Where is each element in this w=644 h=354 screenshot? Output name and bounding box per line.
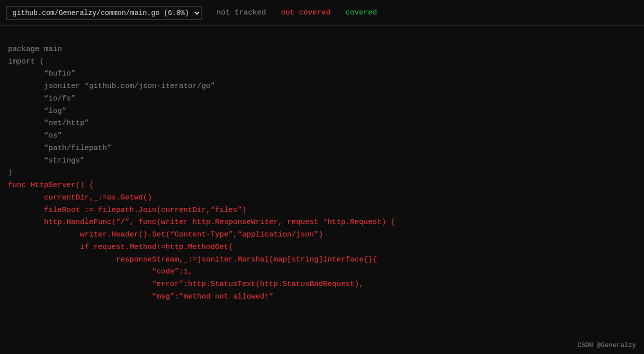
code-line: “code”:1, bbox=[8, 266, 636, 278]
code-line: jsoniter “github.com/json-iterator/go” bbox=[8, 80, 636, 93]
watermark: CSDN @Generalzy bbox=[578, 342, 636, 349]
code-line: if request.Method!=http.MethodGet{ bbox=[8, 242, 636, 254]
file-selector[interactable]: github.com/Generalzy/common/main.go (6.0… bbox=[6, 6, 202, 20]
code-line: “net/http” bbox=[8, 118, 636, 130]
legend-not-covered: not covered bbox=[281, 8, 330, 17]
code-line: package main bbox=[8, 44, 636, 56]
code-line: “error”:http.StatusText(http.StatusBadRe… bbox=[8, 278, 636, 291]
code-line: writer.Header().Set(“Content-Type”,“appl… bbox=[8, 229, 636, 242]
code-line: ) bbox=[8, 167, 636, 180]
header: github.com/Generalzy/common/main.go (6.0… bbox=[0, 0, 644, 26]
code-line: import ( bbox=[8, 56, 636, 68]
code-line: “log” bbox=[8, 106, 636, 118]
code-line: responseStream,_:=jsoniter.Marshal(map[s… bbox=[8, 254, 636, 266]
code-line: “io/fs” bbox=[8, 93, 636, 106]
code-line: “msg”:”method not allowed!” bbox=[8, 291, 636, 304]
code-line: fileRoot := filepath.Join(currentDir,“fi… bbox=[8, 204, 636, 217]
code-line: http.HandleFunc(“/”, func(writer http.Re… bbox=[8, 216, 636, 229]
code-line: “strings” bbox=[8, 155, 636, 168]
code-line: func HttpServer() { bbox=[8, 180, 636, 192]
legend-not-tracked: not tracked bbox=[216, 8, 266, 17]
code-line: currentDir,_:=os.Getwd() bbox=[8, 192, 636, 204]
code-line: “os” bbox=[8, 130, 636, 142]
legend-covered: covered bbox=[346, 8, 377, 17]
code-area: package mainimport ( “bufio” jsoniter “g… bbox=[0, 26, 644, 354]
code-line: “bufio” bbox=[8, 68, 636, 80]
code-line: “path/filepath” bbox=[8, 142, 636, 155]
